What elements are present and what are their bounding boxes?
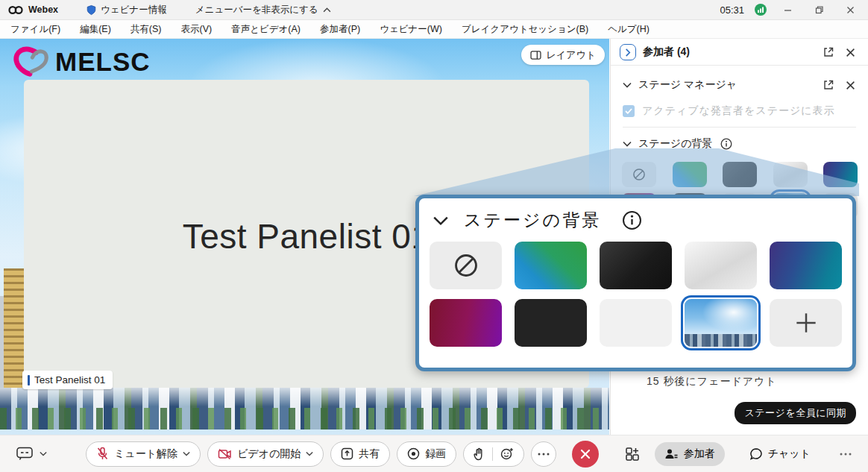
start-video-button[interactable]: ビデオの開始 <box>207 441 324 467</box>
participants-icon <box>664 448 679 460</box>
menubar: ファイル(F) 編集(E) 共有(S) 表示(V) 音声とビデオ(A) 参加者(… <box>0 20 868 39</box>
background-swatch-indigo-teal[interactable] <box>770 242 842 289</box>
leave-x-icon <box>580 449 591 459</box>
background-swatch-add-background[interactable] <box>770 299 842 347</box>
hide-menubar-label: メニューバーを非表示にする <box>195 4 318 16</box>
record-button[interactable]: 録画 <box>397 441 456 467</box>
chevron-down-icon[interactable] <box>306 451 313 456</box>
stage-background-popup: ステージの背景 <box>415 195 856 371</box>
chevron-down-icon[interactable] <box>623 141 632 147</box>
city-skyline-decor <box>0 388 609 429</box>
sync-stage-button[interactable]: ステージを全員に同期 <box>735 402 856 424</box>
close-panel-icon[interactable] <box>843 45 858 60</box>
name-badge-label: Test Panelist 01 <box>34 374 105 386</box>
background-swatch-black[interactable] <box>515 299 587 347</box>
share-screen-icon <box>341 447 353 460</box>
unmute-label: ミュート解除 <box>114 447 177 461</box>
layout-button-label: レイアウト <box>546 48 596 62</box>
closed-captions-icon <box>16 447 34 461</box>
record-label: 録画 <box>425 447 446 461</box>
stage-manager-title: ステージ マネージャ <box>638 78 737 92</box>
chevron-down-icon <box>40 451 47 456</box>
menu-share[interactable]: 共有(S) <box>130 23 162 36</box>
chevron-down-icon[interactable] <box>433 215 449 226</box>
reactions-group <box>463 441 524 467</box>
background-swatch-green-blue[interactable] <box>515 242 587 289</box>
background-swatch-crimson-purple[interactable] <box>430 299 502 347</box>
menu-audio-video[interactable]: 音声とビデオ(A) <box>231 23 301 36</box>
melsc-logo: MELSC <box>10 45 151 79</box>
active-speaker-checkbox[interactable] <box>623 105 635 117</box>
participants-toggle-label: 参加者 <box>684 447 715 461</box>
participants-panel-header: 参加者 (4) <box>611 39 868 65</box>
close-stage-manager-icon[interactable] <box>843 78 858 92</box>
unmute-button[interactable]: ミュート解除 <box>86 441 201 467</box>
raise-hand-icon[interactable] <box>474 447 485 461</box>
name-badge-accent-bar <box>28 375 30 386</box>
shield-icon <box>87 4 96 16</box>
active-speaker-checkbox-label: アクティブな発言者をステージに表示 <box>642 104 835 118</box>
chevron-right-icon <box>625 48 631 57</box>
chevron-up-icon <box>323 7 331 13</box>
share-label: 共有 <box>359 447 380 461</box>
background-swatch-no-background[interactable] <box>430 242 502 289</box>
start-video-label: ビデオの開始 <box>237 447 301 461</box>
info-icon[interactable] <box>620 210 643 232</box>
expand-panel-button[interactable] <box>620 44 636 60</box>
chat-toggle-button[interactable]: チャット <box>740 442 820 466</box>
menu-help[interactable]: ヘルプ(H) <box>608 23 650 36</box>
leave-meeting-button[interactable] <box>572 441 599 468</box>
menu-view[interactable]: 表示(V) <box>180 23 212 36</box>
more-panels-icon[interactable] <box>840 453 852 456</box>
titlebar-right: 05:31 <box>720 2 861 17</box>
melsc-brand-text: MELSC <box>55 47 151 77</box>
popup-title: ステージの背景 <box>464 209 601 232</box>
captions-control[interactable] <box>16 447 47 461</box>
popout-panel-icon[interactable] <box>821 45 836 60</box>
check-icon <box>625 108 632 114</box>
apps-icon[interactable] <box>625 447 640 462</box>
background-swatch-dark-wave[interactable] <box>600 242 672 289</box>
clock-text: 05:31 <box>720 4 744 16</box>
participants-toggle-button[interactable]: 参加者 <box>655 442 725 466</box>
active-speaker-checkbox-row[interactable]: アクティブな発言者をステージに表示 <box>611 97 868 119</box>
melsc-heart-icon <box>10 45 49 79</box>
chevron-down-icon[interactable] <box>183 451 190 456</box>
participants-panel-title: 参加者 (4) <box>643 45 690 59</box>
webex-logo-icon <box>7 5 24 15</box>
webinar-info-button[interactable]: ウェビナー情報 <box>87 4 167 16</box>
emoji-reaction-icon[interactable] <box>500 447 514 461</box>
layout-button[interactable]: レイアウト <box>521 45 605 65</box>
titlebar: Webex ウェビナー情報 メニューバーを非表示にする 05:31 <box>0 0 868 20</box>
video-off-icon <box>218 448 232 460</box>
mic-muted-icon <box>96 447 109 461</box>
chevron-down-icon[interactable] <box>623 82 632 88</box>
menu-edit[interactable]: 編集(E) <box>80 23 111 36</box>
minimize-button[interactable] <box>777 2 798 17</box>
layout-grid-icon <box>530 51 541 60</box>
fadeout-note: 15 秒後にフェードアウト <box>647 375 777 388</box>
menu-webinar[interactable]: ウェビナー(W) <box>380 23 442 36</box>
popout-stage-manager-icon[interactable] <box>821 78 836 92</box>
hide-menubar-button[interactable]: メニューバーを非表示にする <box>195 4 331 16</box>
call-controls: ミュート解除 ビデオの開始 共有 録画 <box>86 441 599 468</box>
more-options-button[interactable] <box>531 441 556 467</box>
restore-button[interactable] <box>808 2 829 17</box>
panel-toggles: 参加者 チャット <box>625 442 852 466</box>
webinar-info-label: ウェビナー情報 <box>101 4 167 16</box>
speaker-name-badge: Test Panelist 01 <box>22 371 113 389</box>
background-swatch-silver-wave[interactable] <box>685 242 757 289</box>
background-swatch-white[interactable] <box>600 299 672 347</box>
meeting-toolbar: ミュート解除 ビデオの開始 共有 録画 <box>0 435 868 472</box>
ellipsis-icon <box>538 453 550 456</box>
background-swatch-city-skyline[interactable] <box>685 299 757 347</box>
share-button[interactable]: 共有 <box>330 441 390 467</box>
popup-header: ステージの背景 <box>430 204 842 233</box>
background-swatch-grid <box>430 242 842 347</box>
menu-participants[interactable]: 参加者(P) <box>320 23 360 36</box>
close-window-button[interactable] <box>840 2 861 17</box>
menu-breakout[interactable]: ブレイクアウトセッション(B) <box>462 23 588 36</box>
record-icon <box>407 447 420 460</box>
menu-file[interactable]: ファイル(F) <box>10 23 60 36</box>
city-building-decor <box>4 268 24 391</box>
